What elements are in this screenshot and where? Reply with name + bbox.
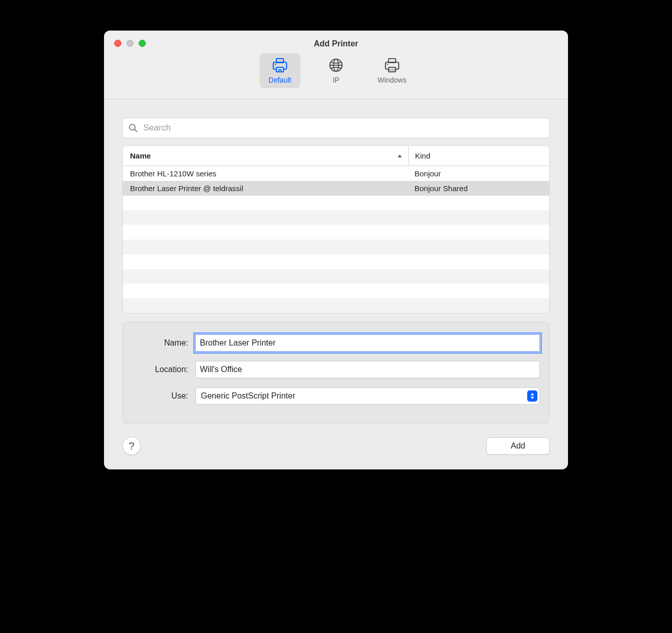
list-row-empty — [123, 196, 549, 210]
list-row-empty — [123, 269, 549, 284]
name-input[interactable] — [195, 334, 540, 352]
titlebar: Add Printer Default — [104, 31, 568, 99]
list-row-empty — [123, 283, 549, 298]
tab-windows-label: Windows — [378, 76, 407, 84]
add-button-label: Add — [511, 441, 525, 450]
help-icon: ? — [128, 440, 134, 452]
search-field-wrap — [122, 118, 550, 138]
content-area: Name Kind Brother HL-1210W series Bonjou… — [104, 99, 568, 424]
printer-windows-icon — [384, 57, 400, 74]
tab-default-label: Default — [269, 76, 291, 84]
list-row[interactable]: Brother HL-1210W series Bonjour — [123, 166, 549, 181]
list-row-empty — [123, 240, 549, 254]
sort-ascending-icon — [397, 152, 402, 160]
location-label: Location: — [132, 365, 188, 374]
minimize-button[interactable] — [126, 40, 134, 47]
search-input[interactable] — [122, 118, 550, 138]
svg-rect-11 — [389, 67, 396, 72]
toolbar-tabs: Default IP — [260, 54, 412, 88]
add-printer-window: Add Printer Default — [104, 31, 568, 469]
svg-point-18 — [387, 64, 389, 65]
printer-icon — [272, 57, 288, 74]
form-row-location: Location: — [132, 361, 540, 378]
location-input[interactable] — [195, 361, 540, 378]
use-select-value: Generic PostScript Printer — [201, 391, 295, 401]
list-header: Name Kind — [123, 146, 549, 166]
window-title: Add Printer — [314, 39, 358, 48]
column-header-kind[interactable]: Kind — [408, 146, 549, 166]
list-cell-name: Brother HL-1210W series — [123, 169, 408, 178]
footer: ? Add — [104, 424, 568, 469]
form-row-name: Name: — [132, 334, 540, 352]
list-row-empty — [123, 210, 549, 225]
form-row-use: Use: Generic PostScript Printer — [132, 387, 540, 405]
list-row-empty — [123, 225, 549, 240]
add-button[interactable]: Add — [486, 437, 550, 455]
select-arrows-icon — [527, 390, 537, 402]
list-cell-kind: Bonjour Shared — [408, 184, 549, 193]
use-select[interactable]: Generic PostScript Printer — [195, 387, 540, 405]
close-button[interactable] — [114, 40, 121, 47]
svg-line-20 — [135, 129, 137, 131]
list-row[interactable]: Brother Laser Printer @ teldrassil Bonjo… — [123, 181, 549, 196]
use-label: Use: — [132, 391, 188, 401]
globe-icon — [328, 57, 344, 74]
maximize-button[interactable] — [139, 40, 146, 47]
svg-point-5 — [275, 64, 276, 65]
printer-list: Name Kind Brother HL-1210W series Bonjou… — [122, 145, 550, 313]
list-rows: Brother HL-1210W series Bonjour Brother … — [123, 166, 549, 313]
list-cell-kind: Bonjour — [408, 169, 549, 178]
tab-default[interactable]: Default — [260, 54, 300, 88]
column-header-name[interactable]: Name — [123, 146, 408, 166]
list-cell-name: Brother Laser Printer @ teldrassil — [123, 184, 408, 193]
traffic-lights — [114, 40, 146, 47]
name-label: Name: — [132, 338, 188, 348]
list-row-empty — [123, 298, 549, 313]
column-header-kind-label: Kind — [415, 151, 430, 160]
search-icon — [128, 123, 138, 133]
tab-ip[interactable]: IP — [316, 54, 356, 88]
column-header-name-label: Name — [130, 151, 151, 160]
printer-form: Name: Location: Use: Generic PostScript … — [122, 322, 550, 424]
help-button[interactable]: ? — [122, 437, 141, 455]
tab-ip-label: IP — [332, 76, 339, 84]
list-row-empty — [123, 254, 549, 269]
tab-windows[interactable]: Windows — [372, 54, 412, 88]
